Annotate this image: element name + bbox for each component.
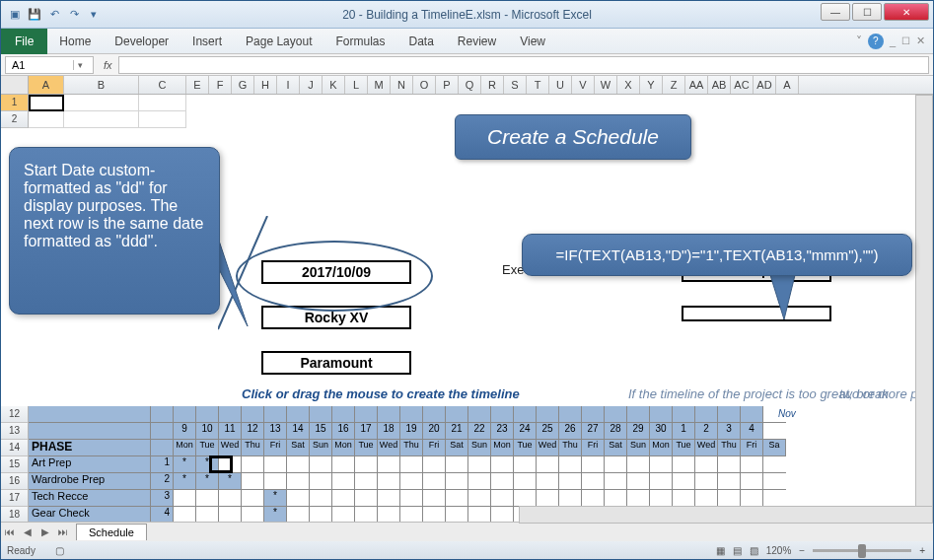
- col-C[interactable]: C: [139, 76, 186, 94]
- phase-2-cell-16[interactable]: [537, 490, 559, 506]
- cell-B1[interactable]: [64, 95, 139, 111]
- col-B[interactable]: B: [64, 76, 139, 94]
- phase-0-cell-5[interactable]: [287, 456, 310, 472]
- tl-month-1[interactable]: [196, 406, 219, 422]
- phase-2-cell-17[interactable]: [559, 490, 582, 506]
- tab-nav-prev[interactable]: ◀: [19, 526, 36, 537]
- phase-1-cell-17[interactable]: [559, 473, 582, 489]
- phase-0-num[interactable]: 1: [151, 456, 174, 472]
- ribbon-tab-data[interactable]: Data: [396, 31, 445, 52]
- phase-2-cell-15[interactable]: [514, 490, 537, 506]
- phase-1-cell-3[interactable]: [242, 473, 264, 489]
- tl-month-16[interactable]: [537, 406, 559, 422]
- col-A[interactable]: A: [776, 76, 799, 94]
- tl-wd-12[interactable]: Sat: [446, 440, 468, 455]
- tl-num-head-12[interactable]: [151, 406, 174, 422]
- phase-0-cell-25[interactable]: [741, 456, 763, 472]
- phase-2-cell-24[interactable]: [718, 490, 741, 506]
- tab-nav-next[interactable]: ▶: [36, 526, 54, 537]
- phase-0-cell-6[interactable]: [310, 456, 332, 472]
- phase-3-cell-2[interactable]: [219, 507, 242, 523]
- tl-day-11[interactable]: 20: [423, 423, 446, 439]
- tl-day-20[interactable]: 29: [627, 423, 650, 439]
- second-producer-input[interactable]: [682, 306, 831, 321]
- phase-1-cell-20[interactable]: [627, 473, 650, 489]
- phase-1-cell-21[interactable]: [650, 473, 673, 489]
- phase-0-cell-14[interactable]: [491, 456, 514, 472]
- col-K[interactable]: K: [323, 76, 345, 94]
- view-normal-icon[interactable]: ▦: [716, 545, 725, 556]
- tl-day-4[interactable]: 13: [264, 423, 287, 439]
- tl-wd-24[interactable]: Thu: [718, 440, 741, 455]
- tl-month-19[interactable]: [605, 406, 627, 422]
- tl-wd-18[interactable]: Fri: [582, 440, 605, 455]
- tl-month-15[interactable]: [514, 406, 537, 422]
- tl-day-3[interactable]: 12: [242, 423, 264, 439]
- win-restore-icon[interactable]: ☐: [901, 35, 910, 46]
- phase-1-cell-16[interactable]: [537, 473, 559, 489]
- macro-record-icon[interactable]: ▢: [55, 545, 64, 556]
- phase-0-cell-8[interactable]: [355, 456, 378, 472]
- fx-icon[interactable]: fx: [104, 59, 112, 71]
- tl-wd-15[interactable]: Tue: [514, 440, 537, 455]
- phase-2-cell-6[interactable]: [310, 490, 332, 506]
- tl-wd-7[interactable]: Mon: [332, 440, 355, 455]
- phase-2-cell-21[interactable]: [650, 490, 673, 506]
- name-box[interactable]: A1 ▾: [5, 56, 94, 74]
- phase-1-cell-12[interactable]: [446, 473, 468, 489]
- col-J[interactable]: J: [300, 76, 323, 94]
- phase-0-label[interactable]: Art Prep: [29, 456, 151, 472]
- phase-1-num[interactable]: 2: [151, 473, 174, 489]
- tl-wd-6[interactable]: Sun: [310, 440, 332, 455]
- phase-1-cell-11[interactable]: [423, 473, 446, 489]
- tl-month-18[interactable]: [582, 406, 605, 422]
- vertical-scrollbar[interactable]: [915, 95, 933, 522]
- col-N[interactable]: N: [391, 76, 413, 94]
- sheet-tab-schedule[interactable]: Schedule: [76, 524, 147, 540]
- phase-1-label[interactable]: Wardrobe Prep: [29, 473, 151, 489]
- phase-0-cell-15[interactable]: [514, 456, 537, 472]
- phase-3-cell-8[interactable]: [355, 507, 378, 523]
- tl-num-head-13[interactable]: [151, 423, 174, 439]
- tl-wd-23[interactable]: Wed: [695, 440, 718, 455]
- col-F[interactable]: F: [209, 76, 232, 94]
- phase-header-cell[interactable]: PHASE: [29, 440, 151, 455]
- phase-1-cell-25[interactable]: [741, 473, 763, 489]
- file-tab[interactable]: File: [1, 29, 47, 54]
- phase-1-cell-14[interactable]: [491, 473, 514, 489]
- tl-day-15[interactable]: 24: [514, 423, 537, 439]
- phase-0-cell-10[interactable]: [400, 456, 423, 472]
- phase-0-cell-4[interactable]: [264, 456, 287, 472]
- help-icon[interactable]: ?: [868, 34, 884, 49]
- col-Z[interactable]: Z: [663, 76, 685, 94]
- tl-day-6[interactable]: 15: [310, 423, 332, 439]
- tl-day-8[interactable]: 17: [355, 423, 378, 439]
- col-O[interactable]: O: [413, 76, 436, 94]
- col-A[interactable]: A: [29, 76, 64, 94]
- phase-2-label[interactable]: Tech Recce: [29, 490, 151, 506]
- col-E[interactable]: E: [186, 76, 209, 94]
- phase-2-cell-2[interactable]: [219, 490, 242, 506]
- phase-2-cell-3[interactable]: [242, 490, 264, 506]
- phase-2-cell-19[interactable]: [605, 490, 627, 506]
- save-icon[interactable]: 💾: [27, 7, 42, 23]
- phase-2-cell-25[interactable]: [741, 490, 763, 506]
- cell-C1[interactable]: [139, 95, 186, 111]
- tl-month-12[interactable]: [446, 406, 468, 422]
- phase-2-cell-22[interactable]: [673, 490, 695, 506]
- phase-3-cell-5[interactable]: [287, 507, 310, 523]
- zoom-slider[interactable]: [813, 549, 911, 552]
- tl-day-23[interactable]: 2: [695, 423, 718, 439]
- phase-3-cell-4[interactable]: *: [264, 507, 287, 523]
- phase-0-cell-0[interactable]: *: [174, 456, 196, 472]
- row-14-header[interactable]: 14: [1, 440, 29, 456]
- col-H[interactable]: H: [254, 76, 277, 94]
- tl-wd-2[interactable]: Wed: [219, 440, 242, 455]
- tl-num-head-14[interactable]: [151, 440, 174, 455]
- col-W[interactable]: W: [595, 76, 617, 94]
- tl-day-5[interactable]: 14: [287, 423, 310, 439]
- col-L[interactable]: L: [345, 76, 368, 94]
- row-2-header[interactable]: 2: [1, 111, 29, 128]
- tl-month-22[interactable]: [673, 406, 695, 422]
- col-I[interactable]: I: [277, 76, 300, 94]
